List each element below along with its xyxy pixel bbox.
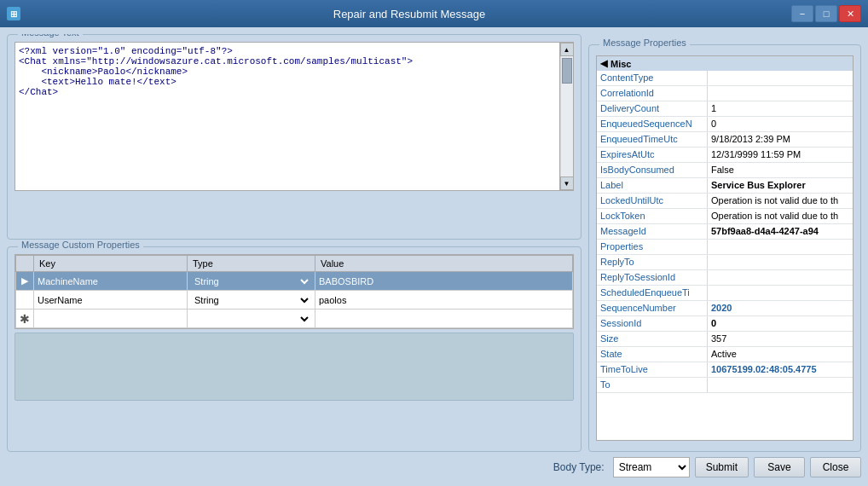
prop-value: 9/18/2013 2:39 PM <box>708 132 853 147</box>
prop-value: 357 <box>708 332 853 346</box>
new-row-value[interactable] <box>315 310 573 328</box>
prop-key: SequenceNumber <box>597 301 708 315</box>
props-row: LockTokenOperation is not valid due to t… <box>597 209 853 224</box>
props-row: SessionId0 <box>597 316 853 332</box>
new-row-type[interactable]: String Int Bool <box>188 310 315 328</box>
custom-props-label: Message Custom Properties <box>18 240 143 250</box>
props-row: TimeToLive10675199.02:48:05.4775 <box>597 362 853 378</box>
row-value[interactable] <box>315 272 573 291</box>
close-button[interactable]: Close <box>810 457 861 477</box>
prop-value: 57bf9aa8-d4a4-4247-a94 <box>708 224 853 239</box>
props-row: LabelService Bus Explorer <box>597 178 853 194</box>
table-row[interactable]: String Int Bool <box>16 291 573 310</box>
message-text-panel: Message Text ▲ ▼ <box>7 34 582 240</box>
scroll-up-btn[interactable]: ▲ <box>560 43 574 56</box>
minimize-button[interactable]: − <box>791 5 813 22</box>
scroll-track <box>561 56 573 176</box>
prop-value <box>708 286 853 300</box>
props-row: Size357 <box>597 332 853 347</box>
props-row: ExpiresAtUtc12/31/9999 11:59 PM <box>597 148 853 163</box>
prop-key: LockedUntilUtc <box>597 194 708 208</box>
prop-key: ScheduledEnqueueTi <box>597 286 708 300</box>
props-section-header: ◀ Misc <box>597 56 853 71</box>
properties-grid[interactable]: ◀ Misc ContentTypeCorrelationIdDeliveryC… <box>596 55 854 441</box>
close-window-button[interactable]: ✕ <box>839 5 861 22</box>
prop-key: Properties <box>597 240 708 254</box>
window-controls: − □ ✕ <box>791 5 861 22</box>
value-input[interactable] <box>319 295 569 305</box>
props-row: Properties <box>597 240 853 255</box>
prop-value: Active <box>708 347 853 362</box>
app-icon: ⊞ <box>7 7 20 20</box>
body-type-select[interactable]: Stream String Byte Array JSON <box>613 457 690 477</box>
prop-key: SessionId <box>597 316 708 331</box>
prop-value: Operation is not valid due to th <box>708 209 853 223</box>
table-header: Key Type Value <box>16 256 573 272</box>
submit-button[interactable]: Submit <box>695 457 749 477</box>
prop-key: DeliveryCount <box>597 101 708 116</box>
new-row-key[interactable] <box>34 310 188 328</box>
right-panel: Message Properties ◀ Misc ContentTypeCor… <box>588 34 861 452</box>
value-input[interactable] <box>319 276 569 286</box>
props-row: CorrelationId <box>597 86 853 101</box>
prop-value: 1 <box>708 101 853 116</box>
row-arrow <box>16 291 34 310</box>
prop-key: ContentType <box>597 71 708 85</box>
prop-value <box>708 378 853 392</box>
message-text-label: Message Text <box>18 34 83 38</box>
row-type[interactable]: String Int Bool <box>188 272 315 291</box>
new-table-row[interactable]: ✱ String Int Bool <box>16 310 573 328</box>
prop-key: Label <box>597 178 708 193</box>
prop-key: ReplyTo <box>597 255 708 269</box>
prop-key: TimeToLive <box>597 362 708 377</box>
header-value: Value <box>315 256 573 272</box>
table-body: ▶ String Int Bool <box>16 272 573 328</box>
props-row: To <box>597 378 853 393</box>
collapse-icon[interactable]: ◀ <box>600 58 607 69</box>
key-input[interactable] <box>38 295 183 305</box>
row-key[interactable] <box>34 272 188 291</box>
custom-props-table-container: Key Type Value ▶ String <box>14 254 574 329</box>
prop-key: MessageId <box>597 224 708 239</box>
message-text-scrollbar[interactable]: ▲ ▼ <box>559 43 573 190</box>
message-text-input[interactable] <box>15 43 559 190</box>
row-value[interactable] <box>315 291 573 310</box>
type-select[interactable]: String Int Bool <box>191 275 311 287</box>
new-row-indicator: ✱ <box>16 310 34 328</box>
key-input[interactable] <box>38 276 183 286</box>
scroll-down-btn[interactable]: ▼ <box>560 176 574 190</box>
left-panel: Message Text ▲ ▼ Message Custom Properti… <box>7 34 582 452</box>
props-row: LockedUntilUtcOperation is not valid due… <box>597 194 853 209</box>
props-row: ReplyToSessionId <box>597 270 853 286</box>
prop-value: 0 <box>708 316 853 331</box>
props-row: EnqueuedTimeUtc9/18/2013 2:39 PM <box>597 132 853 148</box>
empty-props-area <box>14 333 574 401</box>
prop-value: 2020 <box>708 301 853 315</box>
window-title: Repair and Resubmit Message <box>27 8 791 20</box>
props-row: EnqueuedSequenceN0 <box>597 117 853 132</box>
props-row: IsBodyConsumedFalse <box>597 163 853 178</box>
prop-key: IsBodyConsumed <box>597 163 708 177</box>
prop-value <box>708 255 853 269</box>
custom-props-table: Key Type Value ▶ String <box>15 255 573 328</box>
prop-key: ReplyToSessionId <box>597 270 708 285</box>
body-type-label: Body Type: <box>553 461 605 473</box>
prop-value: 0 <box>708 117 853 131</box>
prop-value: 12/31/9999 11:59 PM <box>708 148 853 162</box>
row-key[interactable] <box>34 291 188 310</box>
type-select[interactable]: String Int Bool <box>191 294 311 306</box>
prop-value <box>708 86 853 101</box>
message-props-label: Message Properties <box>599 38 690 48</box>
row-type[interactable]: String Int Bool <box>188 291 315 310</box>
props-row: ReplyTo <box>597 255 853 270</box>
save-button[interactable]: Save <box>754 457 805 477</box>
scroll-thumb[interactable] <box>562 58 572 84</box>
new-type-select[interactable]: String Int Bool <box>191 313 311 325</box>
restore-button[interactable]: □ <box>815 5 837 22</box>
bottom-bar: Body Type: Stream String Byte Array JSON… <box>7 452 861 479</box>
main-content: Message Text ▲ ▼ Message Custom Properti… <box>0 27 868 486</box>
props-rows-container: ContentTypeCorrelationIdDeliveryCount1En… <box>597 71 853 393</box>
prop-key: ExpiresAtUtc <box>597 148 708 162</box>
table-row[interactable]: ▶ String Int Bool <box>16 272 573 291</box>
prop-key: EnqueuedTimeUtc <box>597 132 708 147</box>
